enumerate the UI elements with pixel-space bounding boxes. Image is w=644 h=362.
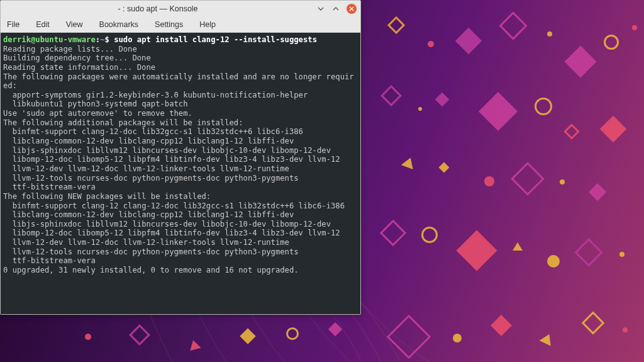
terminal-output: ed: xyxy=(3,81,357,91)
maximize-icon[interactable] xyxy=(316,4,325,13)
terminal-output: libomp-12-doc libomp5-12 libpfm4 libtinf… xyxy=(3,155,357,164)
terminal-output: binfmt-support clang-12 clang-12-doc lib… xyxy=(3,201,357,211)
terminal-output: libclang-common-12-dev libclang-cpp12 li… xyxy=(3,137,357,146)
menu-settings[interactable]: Settings xyxy=(152,19,186,30)
terminal-output: libjs-sphinxdoc libllvm12 libncurses-dev… xyxy=(3,146,357,156)
menu-file[interactable]: File xyxy=(4,19,22,30)
terminal-output: The following packages were automaticall… xyxy=(3,72,357,82)
terminal-output: Reading package lists... Done xyxy=(3,45,357,54)
terminal-output: Use 'sudo apt autoremove' to remove them… xyxy=(3,109,357,118)
terminal-output: 0 upgraded, 31 newly installed, 0 to rem… xyxy=(3,266,357,275)
terminal-output: libkubuntu1 python3-systemd qapt-batch xyxy=(3,99,357,109)
terminal-output: llvm-12-tools ncurses-doc python-pygment… xyxy=(3,174,357,183)
menubar: File Edit View Bookmarks Settings Help xyxy=(1,17,360,33)
terminal-output: binfmt-support clang-12-doc lib32gcc-s1 … xyxy=(3,127,357,137)
menu-view[interactable]: View xyxy=(64,19,86,30)
terminal-output: The following additional packages will b… xyxy=(3,118,357,128)
menu-bookmarks[interactable]: Bookmarks xyxy=(97,19,142,30)
terminal-output: Building dependency tree... Done xyxy=(3,54,357,63)
close-button[interactable] xyxy=(347,4,357,14)
terminal-output: Reading state information... Done xyxy=(3,63,357,72)
konsole-window: - : sudo apt — Konsole File Edit View Bo… xyxy=(0,0,361,315)
menu-edit[interactable]: Edit xyxy=(33,19,52,30)
terminal-output: llvm-12-tools ncurses-doc python-pygment… xyxy=(3,247,357,257)
prompt-line: derrik@ubuntu-vmware:~$ sudo apt install… xyxy=(3,35,357,45)
prompt-command: sudo apt install clang-12 --install-sugg… xyxy=(114,35,317,44)
terminal-output: The following NEW packages will be insta… xyxy=(3,192,357,201)
titlebar[interactable]: - : sudo apt — Konsole xyxy=(1,1,360,17)
terminal-output: apport-symptoms gir1.2-keybinder-3.0 kub… xyxy=(3,91,357,100)
terminal-output: ttf-bitstream-vera xyxy=(3,183,357,192)
menu-help[interactable]: Help xyxy=(197,19,218,30)
expand-icon[interactable] xyxy=(331,4,340,13)
terminal-output: libjs-sphinxdoc libllvm12 libncurses-dev… xyxy=(3,220,357,229)
terminal-output: llvm-12-dev llvm-12-doc llvm-12-linker-t… xyxy=(3,164,357,174)
terminal-output: ttf-bitstream-vera xyxy=(3,256,357,266)
window-title: - : sudo apt — Konsole xyxy=(4,4,311,13)
terminal-output: libomp-12-doc libomp5-12 libpfm4 libtinf… xyxy=(3,229,357,238)
terminal-output: llvm-12-dev llvm-12-doc llvm-12-linker-t… xyxy=(3,238,357,247)
prompt-user-host: derrik@ubuntu-vmware xyxy=(3,35,96,44)
terminal-area[interactable]: derrik@ubuntu-vmware:~$ sudo apt install… xyxy=(1,33,360,314)
terminal-output: libclang-common-12-dev libclang-cpp12 li… xyxy=(3,210,357,220)
